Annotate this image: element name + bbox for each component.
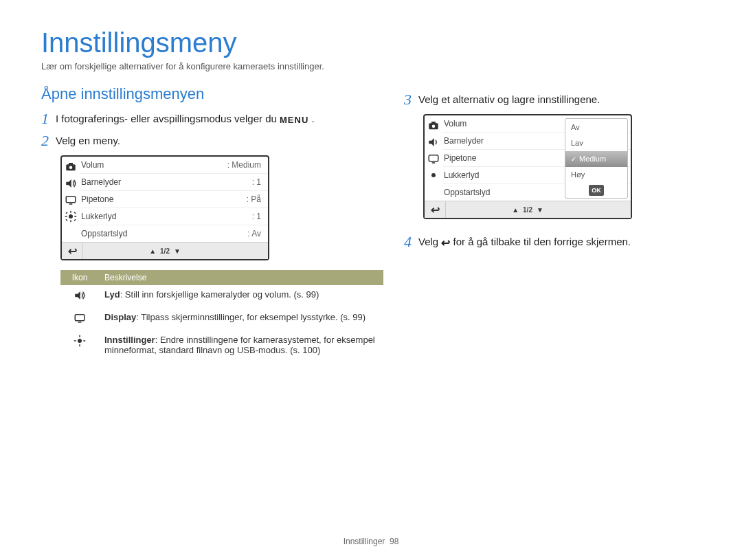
pager: ▲ 1/2 ▼ bbox=[446, 206, 609, 214]
row-label: Pipetone bbox=[444, 153, 476, 163]
row-label: Volum bbox=[81, 160, 104, 170]
svg-marker-15 bbox=[75, 291, 80, 300]
svg-point-6 bbox=[69, 214, 73, 219]
option-label: Medium bbox=[579, 155, 606, 163]
row-value: : Medium bbox=[227, 160, 261, 170]
row-label: Oppstartslyd bbox=[444, 188, 490, 197]
svg-point-25 bbox=[432, 125, 436, 128]
svg-rect-1 bbox=[69, 163, 73, 165]
down-icon[interactable]: ▼ bbox=[174, 247, 181, 255]
svg-rect-24 bbox=[431, 122, 436, 124]
svg-rect-13 bbox=[65, 219, 67, 221]
ok-button[interactable]: OK bbox=[589, 185, 604, 196]
step-number: 3 bbox=[404, 92, 412, 107]
svg-rect-5 bbox=[69, 203, 73, 205]
camera-icon bbox=[427, 120, 440, 132]
option-av[interactable]: Av bbox=[565, 119, 627, 135]
step-4-text: Velg ↩ for å gå tilbake til den forrige … bbox=[418, 234, 631, 249]
list-item: Lukkerlyd: 1 bbox=[80, 208, 268, 225]
step-2-text: Velg en meny. bbox=[56, 133, 120, 146]
option-hoy[interactable]: Høy bbox=[565, 167, 627, 183]
row-value: : 1 bbox=[252, 177, 261, 187]
page-indicator: 1/2 bbox=[523, 206, 532, 214]
gear-icon bbox=[427, 169, 440, 181]
gear-icon bbox=[74, 335, 86, 347]
svg-rect-14 bbox=[74, 219, 76, 221]
up-icon[interactable]: ▲ bbox=[149, 247, 156, 255]
option-popup: Av Lav ✓Medium Høy OK bbox=[565, 118, 628, 199]
step-2: 2 Velg en meny. bbox=[41, 133, 383, 148]
option-medium[interactable]: ✓Medium bbox=[565, 151, 627, 167]
row-value: : 1 bbox=[252, 212, 261, 221]
row-value: : På bbox=[247, 194, 261, 204]
two-columns: Åpne innstillingsmenyen 1 I fotograferin… bbox=[41, 85, 701, 359]
step-number: 4 bbox=[404, 234, 412, 249]
screen-footer: ↩ ▲ 1/2 ▼ bbox=[62, 242, 268, 259]
screen-footer: ↩ ▲ 1/2 ▼ bbox=[425, 201, 631, 218]
desc-bold: Innstillinger bbox=[104, 335, 155, 345]
svg-rect-17 bbox=[78, 322, 82, 323]
back-button[interactable]: ↩ bbox=[62, 243, 83, 259]
row-label: Lukkerlyd bbox=[444, 170, 479, 180]
row-label: Lukkerlyd bbox=[81, 212, 116, 221]
svg-rect-4 bbox=[66, 197, 76, 203]
step-1: 1 I fotograferings- eller avspillingsmod… bbox=[41, 111, 383, 126]
page-footer: Innstillinger 98 bbox=[0, 537, 742, 546]
pager: ▲ 1/2 ▼ bbox=[83, 247, 247, 255]
column-left: Åpne innstillingsmenyen 1 I fotograferin… bbox=[41, 85, 383, 359]
list-item: Volum: Medium bbox=[80, 157, 268, 174]
down-icon[interactable]: ▼ bbox=[537, 206, 543, 214]
step-4: 4 Velg ↩ for å gå tilbake til den forrig… bbox=[404, 234, 701, 249]
svg-rect-19 bbox=[79, 335, 80, 337]
step-1-text-b: . bbox=[311, 113, 314, 124]
sound-icon bbox=[74, 289, 86, 302]
svg-rect-27 bbox=[429, 155, 438, 161]
up-icon[interactable]: ▲ bbox=[512, 206, 519, 214]
icon-description-table: Ikon Beskrivelse Lyd: Still inn forskjel… bbox=[60, 270, 383, 359]
back-button[interactable]: ↩ bbox=[425, 201, 446, 218]
svg-rect-20 bbox=[79, 344, 80, 346]
sound-icon bbox=[427, 136, 440, 148]
svg-rect-10 bbox=[74, 216, 76, 217]
screen-side-icons bbox=[62, 157, 80, 242]
table-row: Lyd: Still inn forskjellige kameralyder … bbox=[60, 285, 383, 308]
step-1-text-a: I fotograferings- eller avspillingsmodus… bbox=[56, 113, 280, 124]
back-icon: ↩ bbox=[441, 237, 450, 249]
svg-rect-28 bbox=[432, 162, 436, 164]
svg-rect-9 bbox=[65, 216, 67, 217]
row-label: Volum bbox=[444, 119, 466, 128]
step-4-text-a: Velg bbox=[418, 236, 441, 247]
desc-text: : Still inn forskjellige kameralyder og … bbox=[120, 289, 319, 300]
th-desc: Beskrivelse bbox=[99, 270, 383, 285]
step-4-text-b: for å gå tilbake til den forrige skjerme… bbox=[453, 236, 631, 247]
table-row: Display: Tilpass skjerminnstillinger, fo… bbox=[60, 308, 383, 331]
desc-bold: Display bbox=[104, 312, 136, 322]
page-subtitle: Lær om forskjellige alternativer for å k… bbox=[41, 61, 701, 71]
step-1-text: I fotograferings- eller avspillingsmodus… bbox=[56, 111, 315, 125]
step-number: 1 bbox=[41, 111, 49, 126]
back-icon: ↩ bbox=[431, 203, 440, 216]
svg-marker-26 bbox=[429, 138, 434, 146]
list-item: Oppstartslyd: Av bbox=[80, 225, 268, 242]
row-label: Barnelyder bbox=[444, 136, 484, 146]
svg-rect-22 bbox=[83, 340, 85, 341]
section-title: Åpne innstillingsmenyen bbox=[41, 85, 383, 103]
step-3: 3 Velg et alternativ og lagre innstillin… bbox=[404, 92, 701, 107]
camera-screen-options: Volum Barnelyder Pipetone Lukkerlyd Opps… bbox=[423, 114, 632, 219]
back-icon: ↩ bbox=[68, 245, 77, 258]
svg-rect-21 bbox=[74, 340, 76, 341]
footer-label: Innstillinger bbox=[344, 537, 385, 546]
list-item: Barnelyder: 1 bbox=[80, 174, 268, 191]
list-item: Pipetone: På bbox=[80, 191, 268, 208]
page-title: Innstillingsmeny bbox=[41, 27, 701, 58]
footer-page: 98 bbox=[390, 537, 398, 546]
option-lav[interactable]: Lav bbox=[565, 135, 627, 150]
option-label: Høy bbox=[571, 170, 585, 179]
desc-bold: Lyd bbox=[104, 289, 120, 300]
svg-rect-7 bbox=[70, 211, 71, 213]
svg-point-2 bbox=[69, 166, 73, 170]
option-ok-row: OK bbox=[565, 183, 627, 198]
display-icon bbox=[427, 153, 440, 165]
svg-point-29 bbox=[431, 173, 436, 177]
svg-rect-12 bbox=[74, 212, 76, 214]
